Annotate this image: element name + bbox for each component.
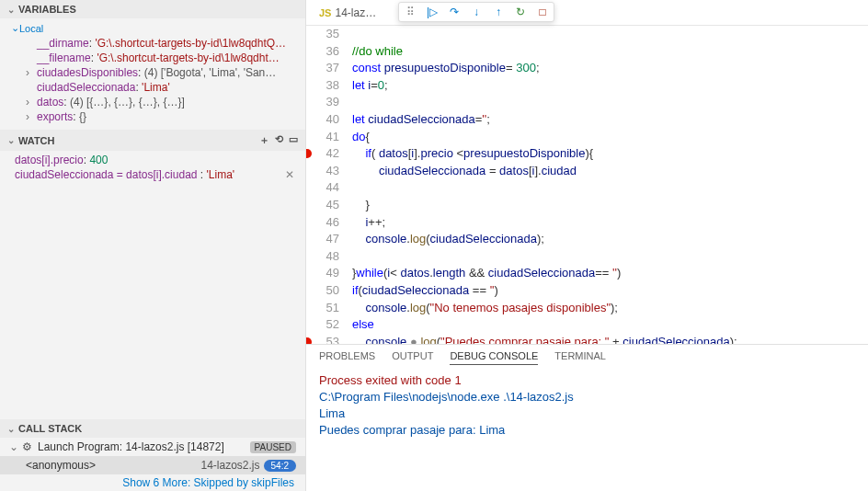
step-over-icon[interactable]: ↷ xyxy=(447,5,462,19)
line-number[interactable]: 40 xyxy=(306,111,339,129)
watch-body: datos[i].precio: 400ciudadSeleccionada =… xyxy=(0,151,305,188)
editor-area: JS 14-laz… ⠿ |▷ ↷ ↓ ↑ ↻ □ 35363738394041… xyxy=(306,0,868,491)
variable-row[interactable]: __dirname: 'G:\.shortcut-targets-by-id\1… xyxy=(0,36,305,51)
code-lines[interactable]: //do whileconst presupuestoDisponible= 3… xyxy=(352,26,868,344)
bottom-tabs: PROBLEMSOUTPUTDEBUG CONSOLETERMINAL xyxy=(306,345,868,367)
code-line[interactable] xyxy=(352,94,868,111)
paused-badge: PAUSED xyxy=(250,441,296,453)
stop-icon[interactable]: □ xyxy=(535,5,550,19)
variables-local-header[interactable]: ⌄ Local xyxy=(0,20,305,36)
debug-sidebar: ⌄ VARIABLES ⌄ Local __dirname: 'G:\.shor… xyxy=(0,0,306,491)
code-line[interactable]: console.● log("Puedes comprar pasaje par… xyxy=(352,334,868,344)
code-line[interactable]: ciudadSeleccionada = datos[i].ciudad xyxy=(352,163,868,180)
line-number[interactable]: 53 xyxy=(306,334,339,344)
code-line[interactable] xyxy=(352,248,868,266)
editor-tab[interactable]: JS 14-laz… xyxy=(312,3,383,23)
callstack-header[interactable]: ⌄ CALL STACK xyxy=(0,419,305,438)
code-line[interactable]: console.log(ciudadSeleccionada); xyxy=(352,231,868,248)
line-number[interactable]: 48 xyxy=(306,248,339,266)
callstack-skip-link[interactable]: Show 6 More: Skipped by skipFiles xyxy=(0,474,305,491)
code-line[interactable]: }while(i< datos.length && ciudadSeleccio… xyxy=(352,265,868,282)
variable-row[interactable]: ciudadSeleccionada: 'Lima' xyxy=(0,80,305,95)
restart-icon[interactable]: ↻ xyxy=(513,5,528,19)
variable-row[interactable]: ›datos: (4) [{…}, {…}, {…}, {…}] xyxy=(0,95,305,109)
line-number[interactable]: 41 xyxy=(306,129,339,146)
watch-add-icon[interactable]: ＋ xyxy=(259,133,269,147)
variables-body: ⌄ Local __dirname: 'G:\.shortcut-targets… xyxy=(0,18,305,130)
callstack-frame-row[interactable]: <anonymous> 14-lazos2.js 54:2 xyxy=(0,456,305,474)
chevron-down-icon: ⌄ xyxy=(9,440,18,453)
code-line[interactable]: if(ciudadSeleccionada == '') xyxy=(352,282,868,300)
chevron-down-icon: ⌄ xyxy=(7,5,15,15)
code-line[interactable]: else xyxy=(352,316,868,334)
bottom-panel: PROBLEMSOUTPUTDEBUG CONSOLETERMINAL Proc… xyxy=(306,344,868,491)
code-line[interactable]: } xyxy=(352,197,868,214)
console-line: Process exited with code 1 xyxy=(319,372,855,389)
code-line[interactable]: do{ xyxy=(352,129,868,146)
line-number[interactable]: 51 xyxy=(306,300,339,317)
line-number[interactable]: 47 xyxy=(306,231,339,248)
line-number[interactable]: 38 xyxy=(306,77,339,95)
code-line[interactable]: //do while xyxy=(352,43,868,61)
watch-remove-icon[interactable]: ✕ xyxy=(281,168,298,181)
breakpoint-icon[interactable] xyxy=(306,337,312,344)
code-line[interactable] xyxy=(352,26,868,43)
line-gutter[interactable]: 3536373839404142434445464748495051525354… xyxy=(306,26,352,344)
watch-row[interactable]: datos[i].precio: 400 xyxy=(0,153,305,167)
chevron-down-icon: ⌄ xyxy=(11,22,19,34)
code-line[interactable]: i++; xyxy=(352,214,868,232)
step-out-icon[interactable]: ↑ xyxy=(491,5,506,19)
code-line[interactable]: let ciudadSeleccionada=''; xyxy=(352,111,868,129)
code-editor[interactable]: 3536373839404142434445464748495051525354… xyxy=(306,26,868,344)
bottom-tab[interactable]: DEBUG CONSOLE xyxy=(450,350,538,365)
line-number[interactable]: 39 xyxy=(306,94,339,111)
breakpoint-icon[interactable] xyxy=(306,149,312,158)
code-line[interactable]: let i=0; xyxy=(352,77,868,95)
debug-toolbar[interactable]: ⠿ |▷ ↷ ↓ ↑ ↻ □ xyxy=(398,2,554,22)
watch-refresh-icon[interactable]: ⟲ xyxy=(275,133,283,147)
callstack-launch-row[interactable]: ⌄ ⚙ Launch Program: 14-lazos2.js [14872]… xyxy=(0,438,305,456)
line-number[interactable]: 49 xyxy=(306,265,339,282)
line-number[interactable]: 44 xyxy=(306,179,339,197)
line-number[interactable]: 52 xyxy=(306,316,339,334)
line-number[interactable]: 43 xyxy=(306,163,339,180)
variable-row[interactable]: __filename: 'G:\.shortcut-targets-by-id\… xyxy=(0,51,305,65)
line-number[interactable]: 36 xyxy=(306,43,339,61)
watch-collapse-icon[interactable]: ▭ xyxy=(289,133,298,147)
callstack-title: CALL STACK xyxy=(18,423,82,434)
bottom-tab[interactable]: PROBLEMS xyxy=(319,350,375,365)
watch-header[interactable]: ⌄ WATCH ＋ ⟲ ▭ xyxy=(0,130,305,151)
console-line: Puedes comprar pasaje para: Lima xyxy=(319,422,855,439)
line-number[interactable]: 35 xyxy=(306,26,339,43)
chevron-down-icon: ⌄ xyxy=(7,424,15,434)
bottom-tab[interactable]: TERMINAL xyxy=(554,350,606,365)
bottom-tab[interactable]: OUTPUT xyxy=(392,350,433,365)
variable-row[interactable]: ›ciudadesDisponibles: (4) ['Bogota', 'Li… xyxy=(0,65,305,80)
chevron-down-icon: ⌄ xyxy=(7,135,15,145)
debug-console-output[interactable]: Process exited with code 1C:\Program Fil… xyxy=(306,367,868,444)
code-line[interactable]: const presupuestoDisponible= 300; xyxy=(352,60,868,77)
grip-icon[interactable]: ⠿ xyxy=(403,5,417,19)
gear-icon: ⚙ xyxy=(22,440,32,453)
variables-list: __dirname: 'G:\.shortcut-targets-by-id\1… xyxy=(0,36,305,124)
console-line: Lima xyxy=(319,405,855,422)
variables-header[interactable]: ⌄ VARIABLES xyxy=(0,0,305,18)
step-into-icon[interactable]: ↓ xyxy=(469,5,484,19)
code-line[interactable]: console.log("No tenemos pasajes disponib… xyxy=(352,300,868,317)
code-line[interactable] xyxy=(352,179,868,197)
line-number[interactable]: 45 xyxy=(306,197,339,214)
line-number[interactable]: 42 xyxy=(306,145,339,163)
editor-tab-row: JS 14-laz… ⠿ |▷ ↷ ↓ ↑ ↻ □ xyxy=(306,0,868,26)
watch-title: WATCH xyxy=(18,135,55,146)
line-number[interactable]: 50 xyxy=(306,282,339,300)
variable-row[interactable]: ›exports: {} xyxy=(0,109,305,124)
line-number[interactable]: 46 xyxy=(306,214,339,232)
js-file-icon: JS xyxy=(319,7,331,18)
callstack-body: ⌄ ⚙ Launch Program: 14-lazos2.js [14872]… xyxy=(0,438,305,491)
frame-location-badge: 54:2 xyxy=(264,460,296,472)
code-line[interactable]: if( datos[i].precio <presupuestoDisponib… xyxy=(352,145,868,163)
continue-icon[interactable]: |▷ xyxy=(425,5,440,19)
line-number[interactable]: 37 xyxy=(306,60,339,77)
console-line: C:\Program Files\nodejs\node.exe .\14-la… xyxy=(319,389,855,405)
watch-row[interactable]: ciudadSeleccionada = datos[i].ciudad : '… xyxy=(0,167,305,182)
